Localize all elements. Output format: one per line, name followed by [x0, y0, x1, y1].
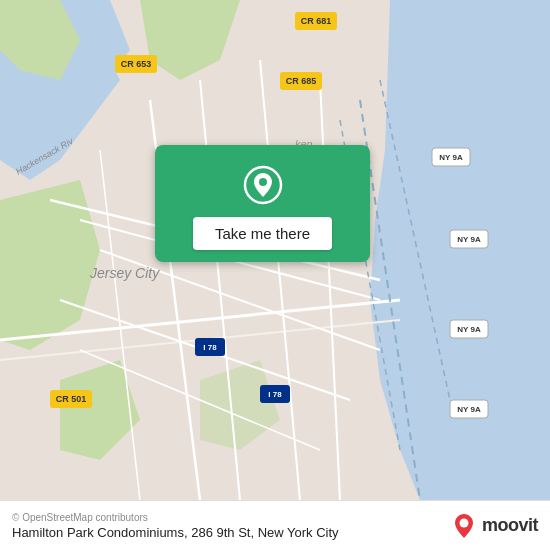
location-pin-icon	[241, 163, 285, 207]
moovit-pin-icon	[450, 512, 478, 540]
svg-text:NY 9A: NY 9A	[457, 235, 481, 244]
button-overlay: Take me there	[155, 145, 370, 262]
svg-text:CR 501: CR 501	[56, 394, 87, 404]
svg-text:NY 9A: NY 9A	[439, 153, 463, 162]
cr653-label: CR 653	[121, 59, 152, 69]
map-container: CR 681 CR 653 CR 685 NY 9A NY 9A NY 9A N…	[0, 0, 550, 500]
pin-container: Take me there	[155, 145, 370, 262]
cr685-label: CR 685	[286, 76, 317, 86]
svg-text:I 78: I 78	[268, 390, 282, 399]
jersey-city-label: Jersey City	[89, 265, 160, 281]
location-text: Hamilton Park Condominiums, 286 9th St, …	[12, 525, 339, 540]
moovit-logo: moovit	[450, 512, 538, 540]
moovit-wordmark: moovit	[482, 515, 538, 536]
svg-text:NY 9A: NY 9A	[457, 405, 481, 414]
footer-left: © OpenStreetMap contributors Hamilton Pa…	[12, 512, 339, 540]
take-me-there-button[interactable]: Take me there	[193, 217, 332, 250]
svg-text:NY 9A: NY 9A	[457, 325, 481, 334]
svg-text:I 78: I 78	[203, 343, 217, 352]
svg-point-37	[459, 518, 468, 527]
copyright-text: © OpenStreetMap contributors	[12, 512, 339, 523]
footer: © OpenStreetMap contributors Hamilton Pa…	[0, 500, 550, 550]
svg-point-36	[259, 178, 267, 186]
cr681-label: CR 681	[301, 16, 332, 26]
